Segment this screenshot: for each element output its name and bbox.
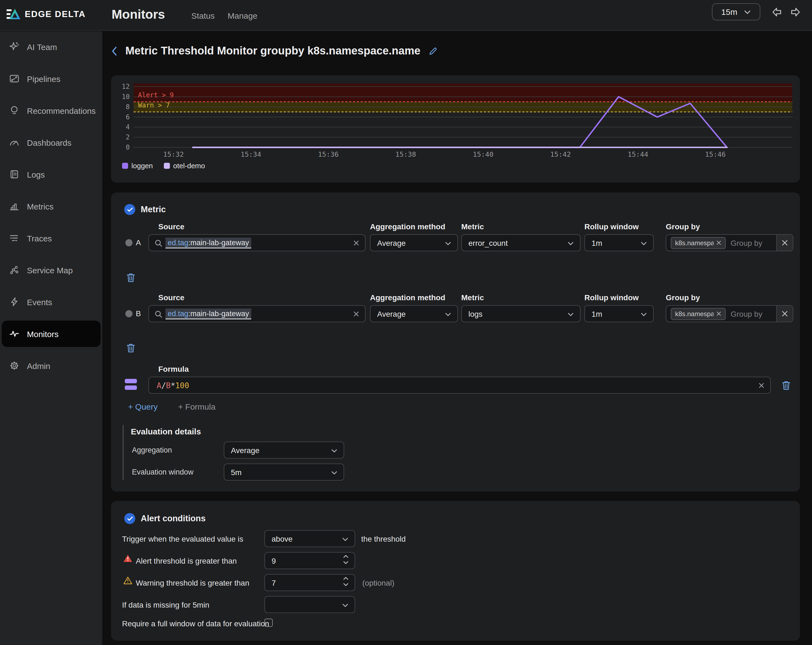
legend-item-otel-demo[interactable]: otel-demo [164,162,205,170]
brand-logo[interactable]: EDGE DELTA [7,8,86,21]
sidebar-item-monitors[interactable]: Monitors [2,321,101,347]
formula-label: Formula [158,365,189,373]
alert-threshold-label: Alert threshold is greater than [136,556,237,565]
evaluation-border [123,425,124,480]
bar-chart-icon [9,201,20,212]
time-range-select[interactable]: 15m [712,3,760,20]
alert-enabled-toggle[interactable] [124,513,135,524]
trigger-direction-select[interactable]: above [264,530,355,547]
chip-remove-icon[interactable] [716,240,721,245]
tab-status[interactable]: Status [191,11,215,20]
svg-text:Warn > 7: Warn > 7 [138,101,170,109]
stepper-down-icon[interactable] [343,583,348,586]
sidebar-item-admin[interactable]: Admin [2,353,101,379]
sidebar-item-service-map[interactable]: Service Map [2,257,101,283]
check-icon [127,516,133,521]
sidebar-item-metrics[interactable]: Metrics [2,193,101,219]
alert-threshold-input[interactable]: 9 [264,552,355,569]
query-a-letter: A [136,238,141,247]
query-b-group-by-field[interactable]: k8s.namespace.name Group by [666,305,793,322]
sidebar-item-label: Dashboards [27,138,72,147]
warning-threshold-input[interactable]: 7 [264,574,355,591]
alert-section-title: Alert conditions [141,514,206,523]
page-section-title: Monitors [111,7,165,22]
svg-text:12: 12 [122,83,130,90]
col-label-source: Source [158,222,185,231]
group-by-chip[interactable]: k8s.namespace.name [671,237,726,249]
chevron-down-icon [744,10,751,14]
sidebar-item-label: Metrics [27,202,53,211]
query-b-source-input[interactable]: ed.tag:main-lab-gateway [148,305,366,322]
brand-name: EDGE DELTA [25,9,86,19]
chevron-down-icon [445,312,451,317]
group-by-chip[interactable]: k8s.namespace.name [671,308,726,320]
query-a-rollup-select[interactable]: 1m [585,234,654,251]
missing-data-select[interactable] [264,596,355,613]
back-icon[interactable] [111,46,118,56]
sidebar-item-recommendations[interactable]: Recommendations [2,97,101,124]
legend-item-loggen[interactable]: loggen [122,162,153,170]
legend-label: otel-demo [173,162,205,170]
sidebar-item-label: Recommendations [27,106,96,115]
svg-text:15:42: 15:42 [550,150,571,158]
sidebar-item-label: Monitors [27,329,58,338]
search-icon [154,310,163,318]
sidebar-item-pipelines[interactable]: Pipelines [2,66,101,92]
query-a-group-by-field[interactable]: k8s.namespace.name Group by [666,234,793,251]
clear-icon[interactable] [353,240,360,246]
sidebar-item-ai-team[interactable]: AI Team [2,34,101,60]
evaluation-window-select[interactable]: 5m [224,463,344,481]
col-label-group-by: Group by [666,293,700,302]
query-b-color-dot [125,310,133,317]
tab-manage[interactable]: Manage [227,11,257,20]
alert-threshold-stepper[interactable] [343,555,348,564]
query-a-source-input[interactable]: ed.tag:main-lab-gateway [148,234,366,251]
clear-icon[interactable] [758,382,765,389]
sidebar-item-dashboards[interactable]: Dashboards [2,129,101,156]
monitor-title: Metric Threshold Monitor groupby k8s.nam… [125,44,421,57]
stepper-down-icon[interactable] [343,561,348,564]
svg-text:6: 6 [126,113,130,121]
sidebar-item-traces[interactable]: Traces [2,225,101,251]
query-a-metric-select[interactable]: error_count [461,234,580,251]
evaluation-title: Evaluation details [131,427,201,436]
query-b-metric-select[interactable]: logs [461,305,580,322]
query-b-rollup-select[interactable]: 1m [585,305,654,322]
network-icon [9,264,20,275]
query-a-aggregation-select[interactable]: Average [370,234,458,251]
metric-section: Metric Source Aggregation method Metric … [111,193,800,492]
group-by-clear-button[interactable] [776,235,793,251]
group-by-clear-button[interactable] [776,306,793,322]
sidebar-item-events[interactable]: Events [2,289,101,315]
history-back-icon[interactable] [771,7,783,18]
svg-text:15:44: 15:44 [627,150,648,158]
clear-icon[interactable] [353,311,360,317]
missing-data-label: If data is missing for 5min [122,601,209,609]
delete-formula-icon[interactable] [782,381,791,390]
svg-text:Alert > 9: Alert > 9 [138,91,174,99]
group-by-placeholder: Group by [731,309,762,318]
add-formula-button[interactable]: + Formula [178,402,215,411]
evaluation-aggregation-select[interactable]: Average [224,442,344,459]
stepper-up-icon[interactable] [343,555,348,558]
chip-remove-icon[interactable] [716,311,721,316]
add-query-button[interactable]: + Query [128,402,158,411]
metric-enabled-toggle[interactable] [124,204,135,215]
history-forward-icon[interactable] [789,7,801,18]
delete-query-a-icon[interactable] [127,273,135,283]
lightbulb-icon [9,105,20,116]
source-query-token[interactable]: ed.tag:main-lab-gateway [165,308,251,319]
source-query-token[interactable]: ed.tag:main-lab-gateway [165,237,251,248]
warning-threshold-stepper[interactable] [343,577,348,586]
pulse-icon [9,328,20,339]
query-a-color-dot [125,239,133,246]
stepper-up-icon[interactable] [343,577,348,580]
formula-input[interactable]: A/B*100 [148,377,771,394]
delete-query-b-icon[interactable] [127,343,135,353]
query-b-aggregation-select[interactable]: Average [370,305,458,322]
metric-header: Metric [124,204,166,215]
sidebar-item-logs[interactable]: Logs [2,161,101,188]
trigger-suffix: the threshold [361,535,406,543]
edit-pencil-icon[interactable] [428,46,438,55]
require-full-window-checkbox[interactable] [264,619,273,627]
